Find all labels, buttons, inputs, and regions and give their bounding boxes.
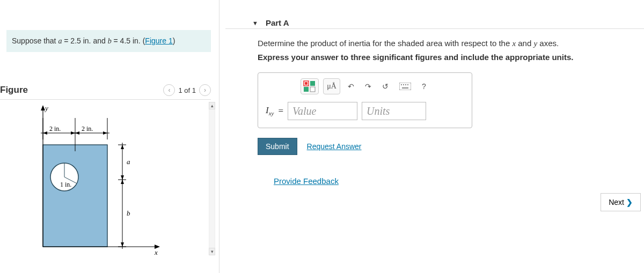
svg-rect-34 [405,84,406,85]
scroll-track[interactable] [209,109,215,248]
figure-prev-button[interactable]: ‹ [163,84,175,96]
text: Suppose that [12,36,58,45]
scroll-down-button[interactable]: ▾ [209,248,215,255]
equals: = [278,106,283,116]
templates-icon [303,80,316,92]
svg-marker-24 [121,180,124,184]
figure-nav: ‹ 1 of 1 › [163,84,211,96]
unit: in. [133,36,141,45]
problem-statement: Suppose that a = 2.5 in. and b = 4.5 in.… [6,30,211,52]
answer-input-row: Ixy = Value Units [266,102,464,120]
paren-close: ) [173,36,175,45]
figure-diagram: 1 in. y x 2 in. 2 in. [32,102,182,259]
figure-link[interactable]: Figure 1 [145,36,172,45]
svg-rect-33 [403,84,404,85]
var-b: b [108,37,112,45]
svg-rect-29 [304,87,309,92]
and: and [91,36,108,45]
reset-button[interactable]: ↺ [379,78,392,94]
figure-header: Figure ‹ 1 of 1 › [0,84,211,100]
svg-marker-20 [121,145,124,149]
figure-scrollbar[interactable]: ▴ ▾ [209,102,215,255]
label-2in-right: 2 in. [82,125,93,132]
svg-marker-15 [75,131,79,135]
scroll-up-button[interactable]: ▴ [209,102,215,109]
provide-feedback-link[interactable]: Provide Feedback [274,176,644,186]
a-value: = 2.5 [62,36,83,45]
svg-marker-16 [103,131,107,135]
label-2in-left: 2 in. [49,125,61,132]
figure-body: 1 in. y x 2 in. 2 in. [0,102,215,257]
special-chars-button[interactable]: μÅ [323,78,340,94]
keyboard-button[interactable] [396,78,414,94]
templates-button[interactable] [301,78,319,94]
svg-rect-27 [305,82,308,85]
svg-rect-35 [407,84,408,85]
svg-marker-5 [41,105,45,110]
svg-rect-31 [399,83,411,90]
label-x: x [154,248,158,256]
svg-rect-32 [401,84,402,85]
answer-toolbar: μÅ ↶ ↷ ↺ ? [266,78,464,94]
label-y: y [44,104,48,112]
undo-button[interactable]: ↶ [345,78,357,94]
chevron-right-icon: ❯ [626,198,633,206]
help-button[interactable]: ? [419,78,429,94]
request-answer-link[interactable]: Request Answer [307,142,362,151]
answer-symbol: Ixy [266,105,274,116]
svg-rect-0 [43,145,107,247]
figure-counter: 1 of 1 [178,86,196,94]
label-b: b [127,209,130,217]
unit: in. [83,36,91,45]
part-header: ▼ Part A [225,0,644,29]
units-input[interactable]: Units [362,102,426,120]
submit-row: Submit Request Answer [258,138,644,155]
collapse-icon[interactable]: ▼ [252,20,258,26]
keyboard-icon [399,83,411,90]
next-button[interactable]: Next ❯ [601,193,641,211]
label-1in: 1 in. [60,181,71,188]
figure-next-button[interactable]: › [199,84,211,96]
answer-box: μÅ ↶ ↷ ↺ ? Ixy = Value Units [258,72,472,128]
svg-rect-28 [310,81,315,86]
svg-rect-36 [402,87,408,88]
submit-button[interactable]: Submit [258,138,297,155]
part-title: Part A [266,18,289,27]
b-value: = 4.5 [112,36,133,45]
figure-title: Figure [0,85,28,95]
panel-divider [219,0,219,273]
svg-marker-25 [121,242,124,247]
part-instruction: Express your answer to three significant… [258,53,644,62]
next-label: Next [609,198,624,206]
redo-button[interactable]: ↷ [362,78,375,94]
svg-marker-12 [43,131,47,135]
svg-rect-30 [310,87,315,92]
label-a: a [127,158,130,166]
value-input[interactable]: Value [288,102,357,120]
part-description: Determine the product of inertia for the… [258,39,644,48]
